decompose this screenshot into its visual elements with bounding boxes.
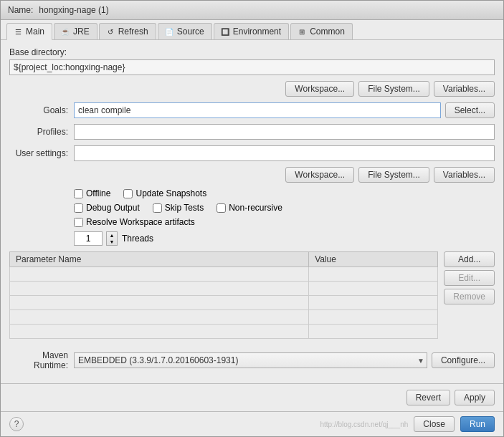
table-cell-value[interactable] [309, 325, 438, 339]
non-recursive-checkbox-item[interactable]: Non-recursive [217, 203, 282, 213]
table-cell-value[interactable] [309, 296, 438, 310]
update-snapshots-checkbox[interactable] [123, 189, 133, 198]
col-value: Value [309, 252, 438, 267]
table-cell-value[interactable] [309, 310, 438, 325]
update-snapshots-checkbox-item[interactable]: Update Snapshots [123, 188, 206, 198]
tab-source[interactable]: 📄 Source [158, 23, 212, 39]
workspace-button-2[interactable]: Workspace... [285, 167, 354, 183]
help-icon[interactable]: ? [9, 417, 24, 431]
jre-tab-icon: ☕ [60, 27, 70, 37]
threads-up-arrow[interactable]: ▲ [107, 232, 117, 239]
offline-label: Offline [86, 188, 110, 198]
remove-button[interactable]: Remove [444, 289, 495, 304]
offline-checkbox-item[interactable]: Offline [74, 188, 110, 198]
table-cell-value[interactable] [309, 267, 438, 282]
bottom-action-bar: Revert Apply [1, 383, 503, 411]
tab-jre-label: JRE [73, 27, 90, 37]
add-button[interactable]: Add... [444, 251, 495, 267]
non-recursive-label: Non-recursive [229, 203, 282, 213]
resolve-workspace-checkbox[interactable] [74, 218, 83, 227]
apply-button[interactable]: Apply [455, 390, 495, 405]
footer-bar: ? http://blog.csdn.net/qj___nh Close Run [1, 411, 503, 436]
select-button[interactable]: Select... [445, 102, 495, 118]
runtime-select-wrapper: EMBEDDED (3.3.9/1.7.0.20160603-1931) ▼ [74, 352, 427, 368]
runtime-select[interactable]: EMBEDDED (3.3.9/1.7.0.20160603-1931) [74, 352, 427, 368]
name-value: hongxing-nage (1) [39, 5, 108, 15]
threads-row: ▲ ▼ Threads [74, 231, 495, 246]
threads-down-arrow[interactable]: ▼ [107, 239, 117, 245]
threads-label: Threads [122, 234, 153, 244]
table-row [10, 267, 438, 282]
tab-refresh[interactable]: ↺ Refresh [99, 23, 156, 39]
title-bar: Name: hongxing-nage (1) [1, 1, 503, 20]
checkbox-group-1: Offline Update Snapshots [74, 188, 206, 198]
profiles-label: Profiles: [9, 127, 74, 137]
profiles-input[interactable] [74, 124, 495, 140]
table-row [10, 296, 438, 310]
table-cell-name[interactable] [10, 325, 309, 339]
user-settings-input[interactable] [74, 145, 495, 161]
tab-environment[interactable]: 🔲 Environment [214, 23, 289, 39]
tab-environment-label: Environment [233, 27, 281, 37]
skip-tests-label: Skip Tests [165, 203, 204, 213]
checkboxes-row-1: Offline Update Snapshots [74, 188, 495, 198]
name-label: Name: [8, 5, 33, 15]
watermark-text: http://blog.csdn.net/qj___nh [320, 421, 408, 428]
threads-spinner[interactable]: ▲ ▼ [106, 231, 118, 246]
threads-input[interactable] [74, 231, 103, 246]
resolve-workspace-label: Resolve Workspace artifacts [86, 217, 195, 227]
workspace-button-1[interactable]: Workspace... [285, 81, 354, 97]
table-cell-name[interactable] [10, 310, 309, 325]
common-tab-icon: ⊞ [297, 27, 307, 37]
non-recursive-checkbox[interactable] [217, 203, 226, 213]
col-param-name: Parameter Name [10, 252, 309, 267]
update-snapshots-label: Update Snapshots [135, 188, 206, 198]
settings-button-row: Workspace... File System... Variables... [9, 167, 495, 183]
table-cell-name[interactable] [10, 296, 309, 310]
tab-jre[interactable]: ☕ JRE [54, 23, 98, 39]
offline-checkbox[interactable] [74, 189, 83, 198]
base-dir-input[interactable] [9, 59, 495, 75]
filesystem-button-2[interactable]: File System... [358, 167, 429, 183]
goals-input[interactable] [74, 102, 441, 118]
debug-output-checkbox-item[interactable]: Debug Output [74, 203, 140, 213]
tab-content: Base directory: Workspace... File System… [1, 40, 503, 383]
resolve-workspace-checkbox-item[interactable]: Resolve Workspace artifacts [74, 217, 195, 227]
runtime-label: Maven Runtime: [9, 350, 74, 370]
tab-common[interactable]: ⊞ Common [290, 23, 353, 39]
table-cell-value[interactable] [309, 282, 438, 296]
table-row [10, 325, 438, 339]
configure-button[interactable]: Configure... [432, 352, 495, 368]
skip-tests-checkbox-item[interactable]: Skip Tests [153, 203, 204, 213]
edit-button[interactable]: Edit... [444, 270, 495, 286]
debug-output-checkbox[interactable] [74, 203, 83, 213]
debug-output-label: Debug Output [86, 203, 140, 213]
variables-button-2[interactable]: Variables... [434, 167, 495, 183]
base-dir-section: Base directory: [9, 47, 495, 75]
revert-button[interactable]: Revert [406, 390, 450, 405]
goals-row: Goals: Select... [9, 102, 495, 118]
param-table-section: Parameter Name Value [9, 251, 495, 345]
checkbox-group-2: Debug Output Skip Tests Non-recursive [74, 203, 282, 213]
close-button[interactable]: Close [414, 416, 455, 432]
refresh-tab-icon: ↺ [105, 27, 115, 37]
main-tab-icon: ☰ [13, 27, 23, 37]
skip-tests-checkbox[interactable] [153, 203, 162, 213]
variables-button-1[interactable]: Variables... [434, 81, 495, 97]
dir-button-row: Workspace... File System... Variables... [9, 81, 495, 97]
tab-main[interactable]: ☰ Main [6, 23, 52, 40]
tab-main-label: Main [26, 27, 44, 37]
table-row [10, 310, 438, 325]
checkboxes-row-2: Debug Output Skip Tests Non-recursive [74, 203, 495, 213]
source-tab-icon: 📄 [164, 27, 174, 37]
table-cell-name[interactable] [10, 282, 309, 296]
table-cell-name[interactable] [10, 267, 309, 282]
action-buttons: Revert Apply [406, 390, 495, 405]
environment-tab-icon: 🔲 [220, 27, 230, 37]
filesystem-button-1[interactable]: File System... [358, 81, 429, 97]
table-action-buttons: Add... Edit... Remove [444, 251, 495, 345]
tabs-bar: ☰ Main ☕ JRE ↺ Refresh 📄 Source 🔲 Enviro… [1, 20, 503, 40]
resolve-workspace-row: Resolve Workspace artifacts [74, 217, 495, 227]
run-button[interactable]: Run [460, 416, 495, 432]
table-row [10, 282, 438, 296]
